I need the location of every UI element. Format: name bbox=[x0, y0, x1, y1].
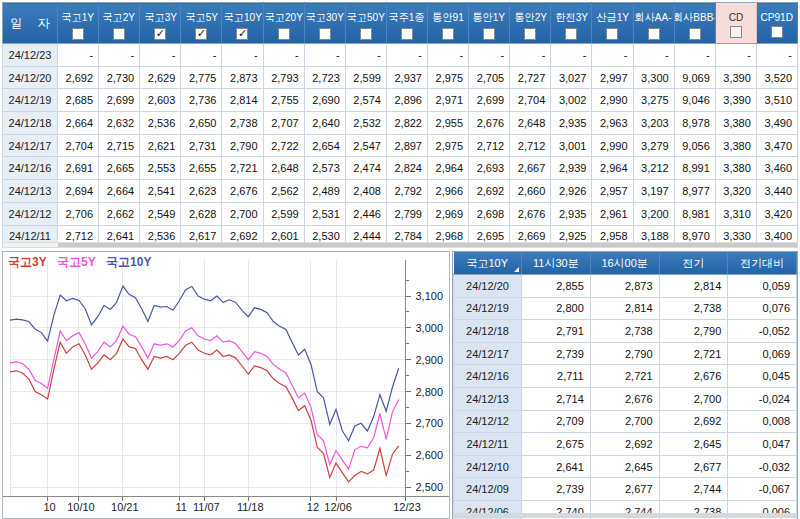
table-row[interactable]: 24/12/122,7092,7002,6920,008 bbox=[454, 410, 797, 433]
value-cell: 2,706 bbox=[58, 202, 99, 225]
column-header-1130[interactable]: 11시30분 bbox=[522, 252, 591, 275]
table-row[interactable]: 24/12/132,6942,6642,5412,6232,6762,5622,… bbox=[3, 180, 798, 203]
value-cell: - bbox=[469, 44, 510, 67]
checked-checkbox[interactable]: ✓ bbox=[154, 28, 166, 40]
value-cell: 2,800 bbox=[522, 297, 591, 320]
column-header-회사BBB-[interactable]: 회사BBB- bbox=[674, 3, 715, 44]
value-cell: 2,793 bbox=[263, 66, 304, 89]
unchecked-checkbox[interactable] bbox=[72, 28, 84, 40]
value-cell: 2,739 bbox=[522, 342, 591, 365]
value-cell: 2,736 bbox=[181, 89, 222, 112]
table-row[interactable]: 24/12/23------------------ bbox=[3, 44, 798, 67]
column-label: 국고10Y bbox=[466, 257, 508, 269]
value-cell: - bbox=[345, 44, 386, 67]
unchecked-checkbox[interactable] bbox=[113, 28, 125, 40]
value-cell: 2,665 bbox=[99, 157, 140, 180]
table-row[interactable]: 24/12/122,7062,6622,5492,6282,7002,5992,… bbox=[3, 202, 798, 225]
column-label: 회사AA- bbox=[635, 10, 672, 25]
unchecked-checkbox[interactable] bbox=[278, 28, 290, 40]
column-header-국고50Y[interactable]: 국고50Y bbox=[345, 3, 386, 44]
value-cell: 2,599 bbox=[263, 202, 304, 225]
checked-checkbox[interactable]: ✓ bbox=[195, 28, 207, 40]
value-cell: 2,707 bbox=[263, 112, 304, 135]
table-row[interactable]: 24/12/202,6922,7302,6292,7752,8732,7932,… bbox=[3, 66, 798, 89]
column-header-국고3Y[interactable]: 국고3Y✓ bbox=[140, 3, 181, 44]
unchecked-checkbox[interactable] bbox=[730, 26, 742, 38]
column-label: 국고3Y bbox=[144, 10, 177, 25]
column-label: 산금1Y bbox=[596, 10, 629, 25]
column-header-국고10Y[interactable]: 국고10Y✓ bbox=[222, 3, 263, 44]
value-cell: 2,957 bbox=[592, 180, 633, 203]
table-row[interactable]: 24/12/112,6752,6922,6450,047 bbox=[454, 433, 797, 456]
value-cell: 2,599 bbox=[345, 66, 386, 89]
table-row[interactable]: 24/12/162,6912,6652,5532,6552,7212,6482,… bbox=[3, 157, 798, 180]
value-cell: 2,997 bbox=[592, 66, 633, 89]
column-header-prev[interactable]: 전기 bbox=[659, 252, 728, 275]
unchecked-checkbox[interactable] bbox=[483, 28, 495, 40]
column-header-국고1Y[interactable]: 국고1Y bbox=[58, 3, 99, 44]
table-row[interactable]: 24/12/162,7112,7212,6760,045 bbox=[454, 365, 797, 388]
column-header-통안91[interactable]: 통안91 bbox=[427, 3, 468, 44]
unchecked-checkbox[interactable] bbox=[360, 28, 372, 40]
unchecked-checkbox[interactable] bbox=[524, 28, 536, 40]
unchecked-checkbox[interactable] bbox=[606, 28, 618, 40]
table-row[interactable]: 24/12/172,7042,7152,6212,7312,7902,7222,… bbox=[3, 134, 798, 157]
table-row[interactable]: 24/12/182,6642,6322,5362,6502,7382,7072,… bbox=[3, 112, 798, 135]
column-header-CD[interactable]: CD bbox=[715, 3, 756, 44]
column-header-1600[interactable]: 16시00분 bbox=[590, 252, 659, 275]
unchecked-checkbox[interactable] bbox=[442, 28, 454, 40]
column-header-change[interactable]: 전기대비 bbox=[728, 252, 797, 275]
column-header-국고20Y[interactable]: 국고20Y bbox=[263, 3, 304, 44]
date-cell: 24/12/19 bbox=[3, 89, 58, 112]
unchecked-checkbox[interactable] bbox=[319, 28, 331, 40]
horizontal-scrollbar[interactable] bbox=[2, 242, 798, 248]
column-header-국주1종[interactable]: 국주1종 bbox=[386, 3, 427, 44]
column-header-국고30Y[interactable]: 국고30Y bbox=[304, 3, 345, 44]
value-cell: 2,990 bbox=[592, 134, 633, 157]
value-cell: 2,676 bbox=[659, 365, 728, 388]
value-cell: 8,991 bbox=[674, 157, 715, 180]
table-row[interactable]: 24/12/192,8002,8142,7380,076 bbox=[454, 297, 797, 320]
value-cell: 2,573 bbox=[304, 157, 345, 180]
unchecked-checkbox[interactable] bbox=[565, 28, 577, 40]
column-header-CP91D[interactable]: CP91D bbox=[756, 3, 797, 44]
date-column-header[interactable]: 일 자 bbox=[3, 3, 58, 44]
value-cell: 3,300 bbox=[633, 66, 674, 89]
column-header-ktb10y[interactable]: 국고10Y bbox=[454, 252, 522, 275]
value-cell: 3,510 bbox=[756, 89, 797, 112]
column-header-통안2Y[interactable]: 통안2Y bbox=[510, 3, 551, 44]
date-cell: 24/12/12 bbox=[3, 202, 58, 225]
column-header-국고2Y[interactable]: 국고2Y bbox=[99, 3, 140, 44]
column-header-통안1Y[interactable]: 통안1Y bbox=[469, 3, 510, 44]
column-label: 회사BBB- bbox=[674, 10, 715, 25]
table-row[interactable]: 24/12/132,7142,6762,700-0,024 bbox=[454, 387, 797, 410]
value-cell: 2,721 bbox=[222, 157, 263, 180]
table-row[interactable]: 24/12/172,7392,7902,7210,069 bbox=[454, 342, 797, 365]
column-header-국고5Y[interactable]: 국고5Y✓ bbox=[181, 3, 222, 44]
scrollbar-thumb[interactable] bbox=[58, 243, 797, 247]
change-cell: 0,069 bbox=[728, 342, 797, 365]
table-row[interactable]: 24/12/182,7912,7382,790-0,052 bbox=[454, 320, 797, 343]
unchecked-checkbox[interactable] bbox=[401, 28, 413, 40]
checked-checkbox[interactable]: ✓ bbox=[236, 28, 248, 40]
value-cell: 2,650 bbox=[181, 112, 222, 135]
table-row[interactable]: 24/12/102,6412,6452,677-0,032 bbox=[454, 455, 797, 478]
table-row[interactable]: 24/12/202,8552,8732,8140,059 bbox=[454, 275, 797, 298]
value-cell: 2,937 bbox=[386, 66, 427, 89]
unchecked-checkbox[interactable] bbox=[648, 28, 660, 40]
value-cell: 2,739 bbox=[522, 478, 591, 501]
column-header-산금1Y[interactable]: 산금1Y bbox=[592, 3, 633, 44]
date-cell: 24/12/20 bbox=[3, 66, 58, 89]
unchecked-checkbox[interactable] bbox=[689, 28, 701, 40]
unchecked-checkbox[interactable] bbox=[771, 26, 783, 38]
column-header-회사AA-[interactable]: 회사AA- bbox=[633, 3, 674, 44]
column-label: 통안2Y bbox=[514, 10, 547, 25]
value-cell: 2,664 bbox=[58, 112, 99, 135]
value-cell: 2,738 bbox=[590, 320, 659, 343]
value-cell: 2,531 bbox=[304, 202, 345, 225]
table-row[interactable]: 24/12/192,6852,6992,6032,7362,8142,7552,… bbox=[3, 89, 798, 112]
table-row[interactable]: 24/12/092,7392,6772,744-0,067 bbox=[454, 478, 797, 501]
value-cell: 3,001 bbox=[551, 134, 592, 157]
horizontal-scrollbar[interactable] bbox=[453, 513, 797, 518]
column-header-한전3Y[interactable]: 한전3Y bbox=[551, 3, 592, 44]
